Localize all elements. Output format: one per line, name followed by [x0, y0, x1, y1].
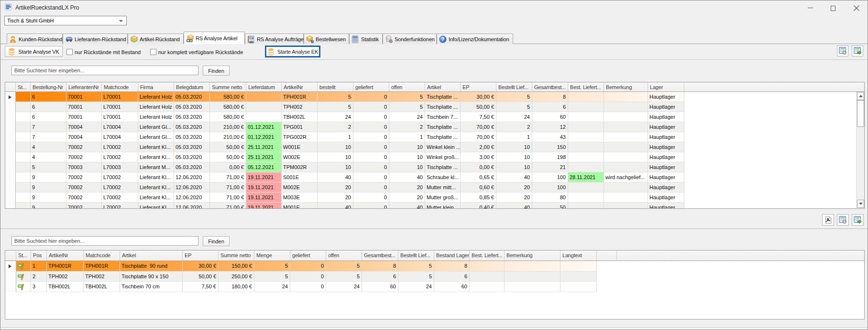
svg-text:?: ?: [441, 36, 444, 42]
